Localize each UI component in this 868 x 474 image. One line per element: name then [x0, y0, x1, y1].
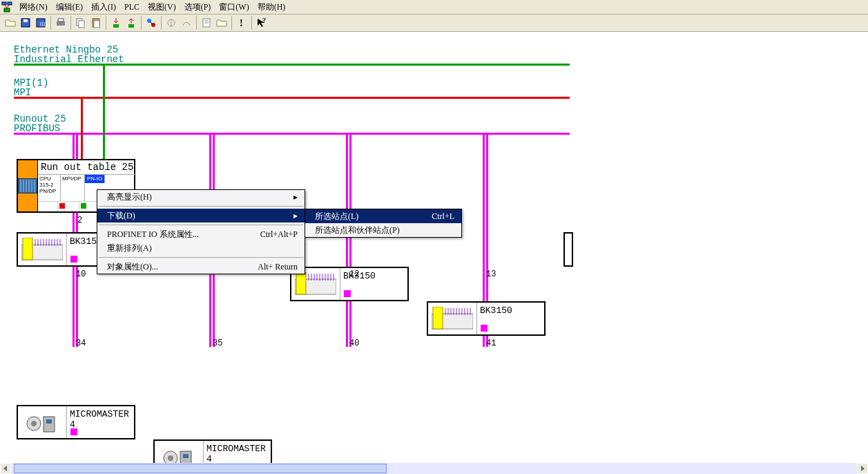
save-icon[interactable]: [19, 16, 32, 30]
ethernet-line[interactable]: [14, 64, 570, 66]
svg-rect-73: [46, 419, 52, 424]
network-canvas[interactable]: Ethernet Ningbo 25 Industrial Ethernet M…: [0, 32, 868, 463]
context-submenu-download: 所选站点(L)Ctrl+L 所选站点和伙伴站点(P): [305, 209, 462, 238]
bk-addr-13: 13: [486, 269, 496, 279]
scroll-right-icon[interactable]: [857, 463, 868, 474]
mpi-drop-cpu: [81, 97, 83, 160]
menu-insert[interactable]: 插入(I): [87, 0, 120, 15]
ctx-highlight[interactable]: 高亮显示(H)▸: [97, 190, 305, 204]
ctx-rearrange[interactable]: 重新排列(A): [97, 241, 305, 255]
bps-addr-40: 40: [349, 339, 359, 348]
device-micromaster-34[interactable]: MICROMASTER 4: [17, 405, 135, 439]
menu-view[interactable]: 视图(V): [144, 0, 180, 15]
cpu-address: 2: [77, 216, 82, 225]
mm-addr-34: 34: [76, 339, 86, 348]
separator: [99, 257, 303, 258]
svg-rect-9: [57, 21, 65, 26]
micromaster-icon: [155, 441, 204, 463]
micromaster-label: MICROMASTER 4: [204, 441, 271, 463]
svg-rect-6: [23, 19, 28, 22]
menu-bar: 网络(N) 编辑(E) 插入(I) PLC 视图(V) 选项(P) 窗口(W) …: [0, 0, 868, 15]
context-menu: 高亮显示(H)▸ 下载(D)▸ PROFINET IO 系统属性...Ctrl+…: [97, 189, 305, 274]
svg-rect-16: [128, 24, 134, 28]
menu-edit[interactable]: 编辑(E): [52, 0, 87, 15]
svg-rect-10: [58, 19, 64, 21]
ctx-profinet-props[interactable]: PROFINET IO 系统属性...Ctrl+Alt+P: [97, 227, 305, 241]
folder-icon[interactable]: [215, 16, 229, 30]
svg-point-71: [31, 421, 37, 426]
horizontal-scrollbar[interactable]: [0, 463, 868, 474]
svg-rect-47: [296, 272, 306, 294]
menu-options[interactable]: 选项(P): [180, 0, 215, 15]
ctx-download-selected-partners[interactable]: 所选站点和伙伴站点(P): [305, 223, 461, 237]
pb-indicator: [344, 290, 351, 297]
copy-icon[interactable]: [74, 16, 88, 30]
ctx-download[interactable]: 下载(D)▸: [97, 209, 305, 222]
mm-addr-35: 35: [213, 339, 222, 348]
scroll-left-icon[interactable]: [0, 463, 11, 474]
svg-rect-2: [4, 8, 10, 12]
netconfig-icon[interactable]: [144, 16, 158, 30]
pb-indicator: [481, 325, 488, 332]
svg-point-75: [168, 455, 173, 461]
print-icon[interactable]: [54, 16, 68, 30]
scroll-thumb[interactable]: [14, 464, 387, 473]
cpu-slot-pnio[interactable]: PN-IO: [85, 175, 105, 183]
paste-icon[interactable]: [89, 16, 103, 30]
warning-icon[interactable]: !: [235, 16, 249, 30]
scroll-track[interactable]: [11, 463, 857, 474]
pb-indicator: [70, 428, 77, 435]
svg-rect-72: [44, 417, 55, 432]
download-icon[interactable]: [109, 16, 123, 30]
bk3150-icon: [18, 234, 67, 265]
bps-addr-41: 41: [486, 339, 496, 348]
menu-help[interactable]: 帮助(H): [253, 0, 290, 15]
menu-plc[interactable]: PLC: [120, 1, 144, 14]
cpu-rack-icon: [18, 160, 38, 211]
pb-indicator: [70, 256, 77, 263]
svg-rect-35: [23, 238, 32, 260]
svg-rect-59: [433, 307, 443, 329]
svg-rect-14: [94, 21, 99, 28]
svg-rect-12: [79, 21, 84, 28]
pb-drop-3: [346, 133, 348, 347]
svg-line-19: [150, 21, 153, 24]
menu-window[interactable]: 窗口(W): [215, 0, 253, 15]
cpu-title: Run out table 25: [38, 160, 136, 175]
svg-rect-15: [113, 24, 119, 28]
bk-addr-12: 12: [349, 269, 359, 279]
separator: [99, 225, 303, 225]
mpi-line[interactable]: [14, 97, 570, 99]
cpu-slot-mpidp[interactable]: MPI/DP: [61, 175, 85, 201]
upload-icon[interactable]: [124, 16, 138, 30]
eth-drop-cpu: [103, 64, 105, 160]
device-bk3150-13[interactable]: BK3150: [427, 301, 546, 336]
tool2-icon[interactable]: [180, 16, 193, 30]
app-icon: [1, 1, 12, 12]
ctx-object-props[interactable]: 对象属性(O)...Alt+ Return: [97, 260, 305, 274]
svg-rect-77: [183, 454, 189, 458]
menu-network[interactable]: 网络(N): [15, 0, 52, 15]
properties-icon[interactable]: [200, 16, 213, 30]
help-cursor-icon[interactable]: ?: [255, 16, 269, 30]
svg-text:!: !: [240, 18, 243, 28]
tool1-icon[interactable]: [164, 16, 178, 30]
pb-drop-3b: [349, 133, 351, 347]
svg-text:01: 01: [40, 21, 46, 28]
device-partial[interactable]: [563, 232, 573, 267]
bk-addr-10: 10: [76, 269, 86, 279]
separator: [99, 206, 303, 207]
device-micromaster-35[interactable]: MICROMASTER 4: [153, 439, 272, 463]
open-icon[interactable]: [3, 16, 17, 30]
ctx-download-selected[interactable]: 所选站点(L)Ctrl+L: [305, 209, 461, 223]
bk3150-icon: [428, 303, 477, 334]
cpu-slot-cpu[interactable]: CPU 315-2 PN/DP: [38, 175, 61, 201]
save-compile-icon[interactable]: 01: [34, 16, 48, 30]
svg-text:?: ?: [262, 17, 266, 24]
toolbar: 01 ! ?: [0, 15, 868, 32]
micromaster-icon: [18, 406, 67, 438]
